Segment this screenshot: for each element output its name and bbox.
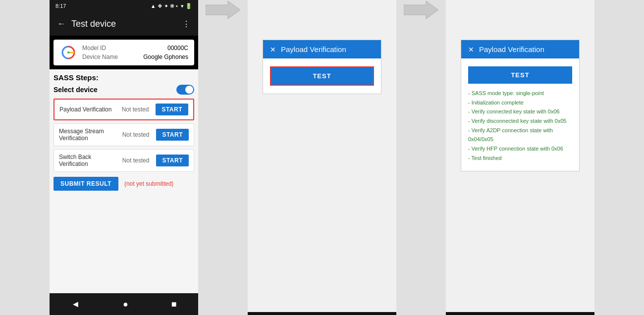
svg-marker-2 — [206, 1, 240, 19]
step-row-message: Message Stream Verification Not tested S… — [54, 123, 194, 146]
test-button-2[interactable]: TEST — [468, 66, 572, 84]
nav-bar: ◄ ● ■ — [50, 293, 198, 315]
back-button[interactable]: ← Test device — [57, 19, 116, 29]
dialog-close-icon-1[interactable]: ✕ — [270, 46, 276, 53]
submit-result-button[interactable]: SUBMIT RESULT — [54, 177, 118, 191]
device-name-value: Google Gphones — [143, 53, 188, 60]
result-line-item: - Verify disconnected key state with 0x0… — [468, 116, 572, 126]
result-line-item: - Verify connected key state with 0x06 — [468, 107, 572, 116]
dialog-title-1: Payload Verification — [281, 45, 346, 53]
select-device-row: Select device — [54, 85, 194, 95]
dialog-title-2: Payload Verification — [479, 45, 544, 53]
home-nav-button[interactable]: ● — [113, 295, 138, 314]
status-bar: 8:17 ▲ ❖ ✦ ❋ • ▾ 🔋 — [50, 0, 198, 12]
model-id-value: 00000C — [167, 45, 188, 52]
step-status-payload: Not tested — [122, 106, 149, 113]
phone-content: SASS Steps: Select device Payload Verifi… — [50, 69, 198, 293]
select-device-toggle[interactable] — [176, 85, 194, 95]
dialog-screen-1: ✕ Payload Verification TEST — [248, 0, 396, 315]
dialog-bottom-bar-1 — [248, 312, 396, 315]
dialog-box-2: ✕ Payload Verification TEST - SASS mode … — [461, 40, 580, 171]
device-logo — [59, 44, 77, 61]
app-bar-title: Test device — [71, 19, 116, 29]
dialog-overlay-1: ✕ Payload Verification TEST — [248, 0, 396, 315]
phone-screen: 8:17 ▲ ❖ ✦ ❋ • ▾ 🔋 ← Test device ⋮ Model… — [50, 0, 198, 315]
start-button-switch[interactable]: START — [156, 155, 189, 166]
result-line-item: - Test finished — [468, 154, 572, 163]
device-info-card: Model ID 00000C Device Name Google Gphon… — [54, 40, 194, 65]
device-info-rows: Model ID 00000C Device Name Google Gphon… — [82, 44, 188, 61]
model-id-row: Model ID 00000C — [82, 44, 188, 52]
model-id-label: Model ID — [82, 45, 106, 52]
submit-status: (not yet submitted) — [124, 180, 173, 187]
result-lines: - SASS mode type: single-point- Initiali… — [468, 89, 572, 163]
result-line-item: - Verify HFP connection state with 0x06 — [468, 144, 572, 154]
step-name-payload: Payload Verification — [59, 106, 119, 113]
dialog-screen-2: ✕ Payload Verification TEST - SASS mode … — [446, 0, 594, 315]
start-button-message[interactable]: START — [156, 129, 189, 141]
arrow-icon-2 — [404, 0, 438, 20]
result-line-item: - SASS mode type: single-point — [468, 89, 572, 98]
step-status-switch: Not tested — [122, 157, 150, 164]
arrow-1 — [198, 0, 248, 20]
dialog-close-icon-2[interactable]: ✕ — [468, 46, 474, 53]
svg-marker-3 — [404, 1, 438, 19]
dialog-overlay-2: ✕ Payload Verification TEST - SASS mode … — [446, 0, 594, 315]
arrow-2 — [396, 0, 446, 20]
arrow-icon-1 — [206, 0, 240, 20]
dialog-body-2: TEST - SASS mode type: single-point- Ini… — [461, 58, 579, 171]
dialog-body-1: TEST — [263, 58, 381, 94]
device-name-row: Device Name Google Gphones — [82, 52, 188, 61]
step-name-switch: Switch Back Verification — [59, 154, 119, 167]
back-nav-button[interactable]: ◄ — [61, 295, 90, 314]
dialog-bottom-bar-2 — [446, 312, 594, 315]
status-icons: ▲ ❖ ✦ ❋ • ▾ 🔋 — [151, 3, 192, 9]
dialog-header-1: ✕ Payload Verification — [263, 40, 381, 58]
dialog-box-1: ✕ Payload Verification TEST — [263, 40, 381, 94]
svg-point-1 — [67, 52, 69, 53]
dialog-header-2: ✕ Payload Verification — [461, 40, 579, 58]
step-name-message: Message Stream Verification — [59, 128, 119, 142]
back-icon: ← — [57, 19, 65, 28]
result-line-item: - Initialization complete — [468, 98, 572, 107]
test-button-1[interactable]: TEST — [270, 66, 374, 86]
select-device-label: Select device — [54, 86, 98, 94]
step-row-switch: Switch Back Verification Not tested STAR… — [54, 149, 194, 172]
sass-title: SASS Steps: — [54, 73, 194, 82]
submit-row: SUBMIT RESULT (not yet submitted) — [54, 177, 194, 191]
recents-nav-button[interactable]: ■ — [161, 295, 187, 314]
result-line-item: - Verify A2DP connection state with 0x04… — [468, 126, 572, 144]
menu-icon[interactable]: ⋮ — [182, 19, 190, 29]
status-time: 8:17 — [55, 3, 66, 9]
step-status-message: Not tested — [122, 131, 150, 138]
app-bar: ← Test device ⋮ — [50, 12, 198, 36]
step-row-payload: Payload Verification Not tested START — [54, 99, 194, 120]
start-button-payload[interactable]: START — [156, 104, 188, 115]
device-name-label: Device Name — [82, 53, 118, 60]
